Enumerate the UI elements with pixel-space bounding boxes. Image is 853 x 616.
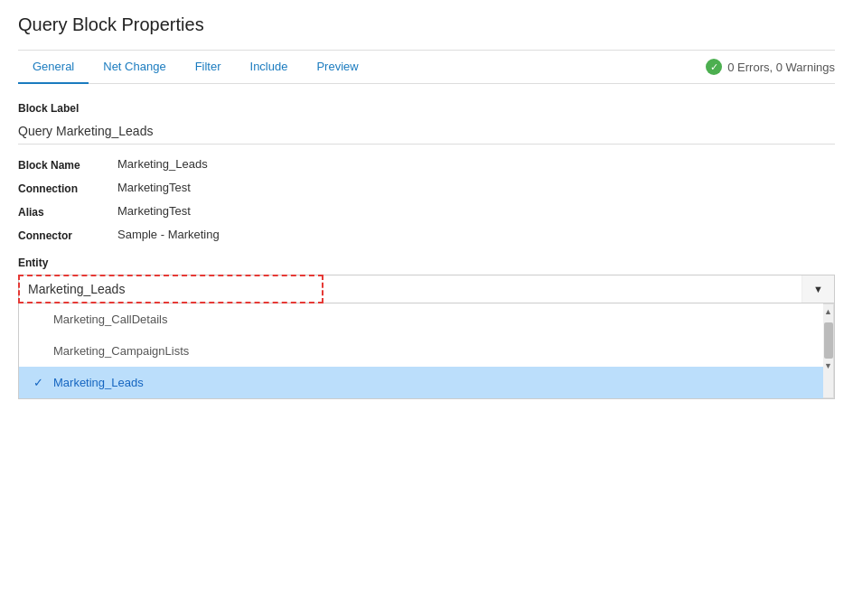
dropdown-scrollbar[interactable]: ▲ ▼: [823, 303, 834, 398]
connector-value: Sample - Marketing: [117, 228, 835, 242]
status-badge: ✓ 0 Errors, 0 Warnings: [706, 59, 835, 75]
block-name-value: Marketing_Leads: [117, 157, 835, 172]
status-text: 0 Errors, 0 Warnings: [727, 61, 835, 74]
properties-grid: Block Name Marketing_Leads Connection Ma…: [18, 157, 835, 242]
connector-label: Connector: [18, 228, 117, 242]
tab-include[interactable]: Include: [236, 51, 303, 84]
tab-filter[interactable]: Filter: [181, 51, 236, 84]
tab-general[interactable]: General: [18, 51, 89, 84]
status-check-icon: ✓: [706, 59, 722, 75]
tab-preview[interactable]: Preview: [302, 51, 372, 84]
tab-net-change[interactable]: Net Change: [89, 51, 180, 84]
entity-label: Entity: [18, 257, 835, 269]
block-label-value: Query Marketing_Leads: [18, 118, 835, 145]
form-section: Block Label Query Marketing_Leads Block …: [18, 102, 835, 399]
connection-label: Connection: [18, 181, 117, 195]
scroll-down-arrow[interactable]: ▼: [824, 359, 832, 373]
check-icon-leads: ✓: [33, 376, 46, 389]
page-title: Query Block Properties: [18, 14, 835, 35]
block-label-label: Block Label: [18, 102, 835, 115]
check-icon-campaign-lists: [33, 344, 46, 358]
alias-value: MarketingTest: [117, 204, 835, 219]
tab-bar: General Net Change Filter Include Previe…: [18, 51, 835, 84]
connection-value: MarketingTest: [117, 181, 835, 195]
dropdown-list-items: Marketing_CallDetails Marketing_Campaign…: [19, 303, 823, 398]
block-name-label: Block Name: [18, 157, 117, 172]
dropdown-item-call-details[interactable]: Marketing_CallDetails: [19, 303, 823, 335]
page-container: Query Block Properties General Net Chang…: [0, 0, 853, 428]
entity-dropdown-text: Marketing_Leads: [19, 275, 801, 303]
alias-label: Alias: [18, 204, 117, 219]
dropdown-item-campaign-lists[interactable]: Marketing_CampaignLists: [19, 335, 823, 367]
entity-field-container: Marketing_Leads ▼: [18, 275, 835, 303]
entity-dropdown-trigger[interactable]: Marketing_Leads ▼: [18, 275, 835, 303]
entity-dropdown-list: Marketing_CallDetails Marketing_Campaign…: [18, 303, 835, 399]
check-icon-call-details: [33, 313, 46, 326]
entity-section: Entity Marketing_Leads ▼ Marketing_CallD…: [18, 257, 835, 399]
entity-caret-icon[interactable]: ▼: [801, 275, 834, 303]
scrollbar-thumb[interactable]: [824, 322, 833, 359]
dropdown-item-leads[interactable]: ✓ Marketing_Leads: [19, 367, 823, 398]
scroll-up-arrow[interactable]: ▲: [824, 304, 832, 319]
